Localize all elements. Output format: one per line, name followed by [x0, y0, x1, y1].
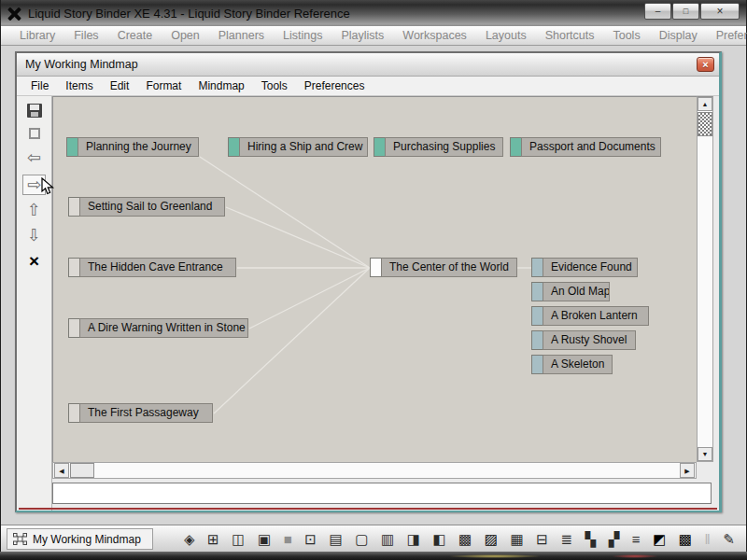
child-menu-format[interactable]: Format: [137, 79, 190, 92]
vertical-scrollbar[interactable]: ▲ ▼: [697, 96, 713, 462]
taskbar-glow-red: [612, 554, 658, 558]
mosaic-icon[interactable]: ▩: [458, 532, 472, 546]
child-menu-mindmap[interactable]: Mindmap: [190, 79, 252, 92]
child-menu-edit[interactable]: Edit: [102, 79, 138, 92]
node-label: Setting Sail to Greenland: [79, 197, 225, 217]
mindmap-node[interactable]: The Hidden Cave Entrance: [68, 258, 236, 277]
calendar-icon[interactable]: ▦: [511, 532, 524, 546]
nav-right-icon[interactable]: ⇨: [22, 175, 46, 195]
list-icon[interactable]: ≣: [560, 532, 572, 546]
dark-image-icon[interactable]: ◩: [653, 532, 666, 546]
tiles-icon[interactable]: ▞: [609, 532, 620, 546]
rows-icon[interactable]: ≡: [632, 532, 641, 546]
mindmap-node[interactable]: An Old Map: [531, 282, 610, 301]
mindmap-node-icon[interactable]: ⊟: [536, 532, 548, 546]
menu-shortcuts[interactable]: Shortcuts: [536, 29, 604, 42]
child-menu-bar: FileItemsEditFormatMindmapToolsPreferenc…: [17, 77, 719, 96]
child-menu-preferences[interactable]: Preferences: [296, 79, 374, 92]
bottom-taskbar: My Working Mindmap ◈⊞◫▣■⊡▤▢▥◨◧▩▨▦⊟≣▚▞≡◩▩…: [1, 525, 746, 552]
mindmap-node[interactable]: Hiring a Ship and Crew: [228, 137, 368, 157]
menu-layouts[interactable]: Layouts: [476, 29, 536, 42]
mindmap-node[interactable]: Setting Sail to Greenland: [68, 197, 225, 217]
mindmap-node[interactable]: A Skeleton: [531, 355, 613, 374]
menu-workspaces[interactable]: Workspaces: [393, 29, 476, 42]
package-icon[interactable]: ◫: [232, 532, 245, 546]
scroll-down-button[interactable]: ▼: [698, 447, 712, 461]
notes-icon[interactable]: ▤: [329, 532, 342, 546]
scroll-left-button[interactable]: ◀: [54, 463, 69, 478]
table-icon[interactable]: ▥: [381, 532, 394, 546]
mindmap-node[interactable]: Planning the Journey: [66, 137, 199, 157]
node-label: A Dire Warning Written in Stone: [79, 318, 248, 338]
main-menu-bar: LibraryFilesCreateOpenPlannersListingsPl…: [1, 26, 746, 46]
node-label: Purchasing Supplies: [385, 137, 503, 157]
outline-icon[interactable]: ◨: [407, 532, 420, 546]
taskbar-glow-yellow: [448, 554, 542, 558]
mindmap-node[interactable]: The First Passageway: [68, 403, 213, 423]
mindmap-node[interactable]: Evidence Found: [531, 258, 638, 277]
title-bar[interactable]: Liquid Story Binder XE 4.31 - Liquid Sto…: [1, 0, 746, 26]
node-label: A Rusty Shovel: [543, 330, 636, 350]
window-title: Liquid Story Binder XE 4.31 - Liquid Sto…: [28, 7, 350, 21]
menu-display[interactable]: Display: [650, 29, 707, 42]
mindmap-node[interactable]: Passport and Documents: [510, 137, 661, 157]
mindmap-node[interactable]: A Rusty Shovel: [531, 330, 636, 350]
node-label: Evidence Found: [543, 258, 638, 277]
scroll-right-button[interactable]: ▶: [680, 463, 695, 478]
menu-listings[interactable]: Listings: [274, 29, 331, 42]
child-menu-tools[interactable]: Tools: [253, 79, 296, 92]
application-window: Liquid Story Binder XE 4.31 - Liquid Sto…: [0, 0, 747, 560]
mindmap-node[interactable]: Purchasing Supplies: [374, 137, 503, 157]
save-icon[interactable]: [27, 103, 42, 118]
mindmap-canvas[interactable]: Planning the JourneyHiring a Ship and Cr…: [52, 96, 697, 462]
child-title-bar[interactable]: My Working Mindmap ×: [17, 53, 719, 77]
child-window-body: ⇦⇨⇧⇩× Planning the JourneyHiring a Ship …: [17, 96, 719, 511]
save-icon[interactable]: ▣: [258, 532, 271, 546]
horizontal-scroll-thumb[interactable]: [70, 463, 94, 478]
mindmap-icon: [13, 533, 27, 545]
mindmap-node[interactable]: The Center of the World: [370, 258, 517, 277]
split-view-icon[interactable]: ◧: [432, 532, 445, 546]
mindmap-node[interactable]: A Dire Warning Written in Stone: [68, 318, 248, 338]
child-bottom-accent: [19, 508, 717, 510]
pause-icon[interactable]: ‖: [705, 532, 711, 546]
quill-icon[interactable]: ✎: [723, 532, 735, 546]
node-label: A Skeleton: [543, 355, 613, 374]
horizontal-scrollbar[interactable]: ◀ ▶: [52, 462, 697, 479]
menu-tools[interactable]: Tools: [603, 29, 649, 42]
scroll-up-button[interactable]: ▲: [698, 97, 712, 111]
menu-library[interactable]: Library: [10, 29, 64, 42]
maximize-button[interactable]: □: [672, 3, 699, 20]
delete-icon[interactable]: ×: [29, 252, 39, 270]
dark-mosaic-icon[interactable]: ▩: [679, 532, 692, 546]
menu-open[interactable]: Open: [162, 29, 209, 42]
taskbar-item-mindmap[interactable]: My Working Mindmap: [7, 528, 153, 550]
bottom-toolbar-icons: ◈⊞◫▣■⊡▤▢▥◨◧▩▨▦⊟≣▚▞≡◩▩‖✎: [184, 527, 735, 551]
swatch-icon[interactable]: ■: [284, 532, 292, 546]
columns-icon[interactable]: ▚: [585, 532, 597, 546]
mindmap-node[interactable]: A Broken Lantern: [531, 306, 649, 326]
child-close-button[interactable]: ×: [697, 57, 714, 72]
nav-left-icon[interactable]: ⇦: [27, 149, 41, 166]
image-icon[interactable]: ▨: [485, 532, 498, 546]
node-label: Planning the Journey: [78, 137, 199, 157]
nav-down-icon[interactable]: ⇩: [27, 227, 41, 244]
grid-icon[interactable]: ⊞: [207, 532, 219, 546]
menu-playlists[interactable]: Playlists: [331, 29, 393, 42]
menu-preferences[interactable]: Preferences: [707, 29, 747, 42]
child-menu-items[interactable]: Items: [57, 79, 101, 92]
close-button[interactable]: ×: [700, 3, 740, 20]
menu-files[interactable]: Files: [64, 29, 107, 42]
new-page-icon[interactable]: ▢: [355, 532, 368, 546]
selection-icon[interactable]: ⊡: [304, 532, 317, 546]
minimize-button[interactable]: –: [644, 3, 671, 20]
stop-square-icon[interactable]: [29, 126, 40, 141]
notes-input[interactable]: [52, 483, 712, 504]
vertical-scroll-thumb[interactable]: [698, 112, 712, 136]
menu-create[interactable]: Create: [108, 29, 162, 42]
node-label: Passport and Documents: [521, 137, 661, 157]
menu-planners[interactable]: Planners: [209, 29, 274, 42]
nav-up-icon[interactable]: ⇧: [27, 202, 41, 218]
child-menu-file[interactable]: File: [22, 79, 57, 92]
layers-icon[interactable]: ◈: [184, 532, 195, 546]
